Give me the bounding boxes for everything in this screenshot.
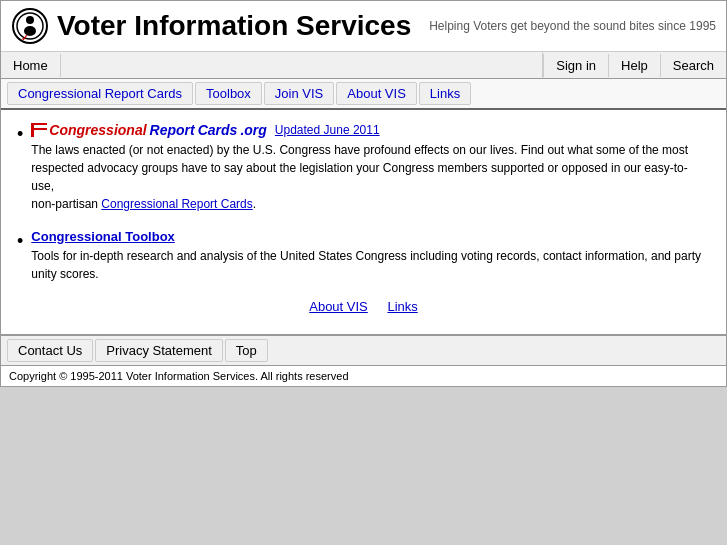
header-left: ✓ Voter Information Services (11, 7, 411, 45)
crc-desc3: non-partisan (31, 197, 101, 211)
crc-logo-congressional: Congressional (49, 122, 146, 138)
crc-logo-report: Report (150, 122, 195, 138)
crc-logo-org: .org (240, 122, 266, 138)
crc-bullet-item: • CongressionalReportCards.org Updated J… (17, 122, 710, 213)
crc-content: CongressionalReportCards.org Updated Jun… (31, 122, 710, 213)
logo-icon: ✓ (11, 7, 49, 45)
sub-nav: Congressional Report Cards Toolbox Join … (1, 79, 726, 110)
crc-title-row: CongressionalReportCards.org Updated Jun… (31, 122, 710, 138)
flag-icon (31, 123, 47, 137)
sign-in-nav-item[interactable]: Sign in (543, 54, 608, 77)
bullet-dot-crc: • (17, 124, 23, 145)
home-nav-item[interactable]: Home (1, 54, 61, 77)
tagline: Helping Voters get beyond the sound bite… (429, 19, 716, 33)
svg-rect-7 (34, 125, 47, 128)
top-nav: Home Sign in Help Search (1, 52, 726, 79)
subnav-about-vis[interactable]: About VIS (336, 82, 417, 105)
footer-contact-us[interactable]: Contact Us (7, 339, 93, 362)
svg-rect-5 (31, 123, 34, 137)
bullet-dot-toolbox: • (17, 231, 23, 252)
toolbox-content: Congressional Toolbox Tools for in-depth… (31, 229, 710, 283)
subnav-links[interactable]: Links (419, 82, 471, 105)
svg-text:✓: ✓ (21, 33, 29, 43)
site-title: Voter Information Services (57, 10, 411, 42)
help-nav-item[interactable]: Help (608, 54, 660, 77)
copyright: Copyright © 1995-2011 Voter Information … (1, 366, 726, 386)
center-about-vis-link[interactable]: About VIS (309, 299, 368, 314)
footer-top[interactable]: Top (225, 339, 268, 362)
search-nav-item[interactable]: Search (660, 54, 726, 77)
crc-desc1: The laws enacted (or not enacted) by the… (31, 143, 688, 157)
main-content: • CongressionalReportCards.org Updated J… (1, 110, 726, 335)
crc-description: The laws enacted (or not enacted) by the… (31, 141, 710, 213)
svg-point-2 (26, 16, 34, 24)
crc-logo-link[interactable]: CongressionalReportCards.org (49, 122, 267, 138)
footer-privacy-statement[interactable]: Privacy Statement (95, 339, 223, 362)
subnav-congressional-report-cards[interactable]: Congressional Report Cards (7, 82, 193, 105)
header: ✓ Voter Information Services Helping Vot… (1, 1, 726, 52)
crc-updated-text: Updated June 2011 (275, 123, 380, 137)
center-links: About VIS Links (17, 299, 710, 314)
subnav-join-vis[interactable]: Join VIS (264, 82, 334, 105)
top-nav-right: Sign in Help Search (543, 54, 726, 77)
toolbox-title-link[interactable]: Congressional Toolbox (31, 229, 175, 244)
crc-desc2: respected advocacy groups have to say ab… (31, 161, 687, 193)
crc-inline-link[interactable]: Congressional Report Cards (101, 197, 252, 211)
crc-desc4: . (253, 197, 256, 211)
footer-nav: Contact Us Privacy Statement Top (1, 335, 726, 366)
toolbox-bullet-item: • Congressional Toolbox Tools for in-dep… (17, 229, 710, 283)
center-links-link[interactable]: Links (387, 299, 417, 314)
subnav-toolbox[interactable]: Toolbox (195, 82, 262, 105)
toolbox-description: Tools for in-depth research and analysis… (31, 247, 710, 283)
crc-logo-cards: Cards (198, 122, 238, 138)
nav-spacer (61, 52, 544, 78)
